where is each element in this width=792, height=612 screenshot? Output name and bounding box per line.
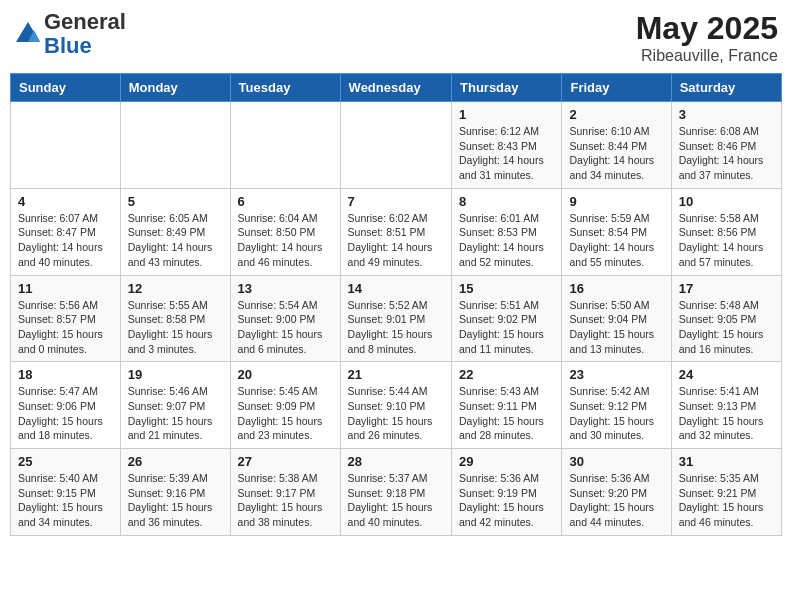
calendar-cell: 4Sunrise: 6:07 AMSunset: 8:47 PMDaylight… [11, 188, 121, 275]
day-info: Sunrise: 6:07 AMSunset: 8:47 PMDaylight:… [18, 211, 113, 270]
day-info: Sunrise: 5:46 AMSunset: 9:07 PMDaylight:… [128, 384, 223, 443]
calendar-cell: 15Sunrise: 5:51 AMSunset: 9:02 PMDayligh… [452, 275, 562, 362]
day-info: Sunrise: 5:39 AMSunset: 9:16 PMDaylight:… [128, 471, 223, 530]
day-number: 13 [238, 281, 333, 296]
logo-general-text: General [44, 9, 126, 34]
calendar-cell: 19Sunrise: 5:46 AMSunset: 9:07 PMDayligh… [120, 362, 230, 449]
day-info: Sunrise: 5:37 AMSunset: 9:18 PMDaylight:… [348, 471, 444, 530]
day-number: 31 [679, 454, 774, 469]
day-number: 25 [18, 454, 113, 469]
calendar-cell: 18Sunrise: 5:47 AMSunset: 9:06 PMDayligh… [11, 362, 121, 449]
day-info: Sunrise: 6:02 AMSunset: 8:51 PMDaylight:… [348, 211, 444, 270]
calendar-cell [340, 102, 451, 189]
day-number: 15 [459, 281, 554, 296]
weekday-header-saturday: Saturday [671, 74, 781, 102]
month-title: May 2025 [636, 10, 778, 47]
calendar-cell: 16Sunrise: 5:50 AMSunset: 9:04 PMDayligh… [562, 275, 671, 362]
day-number: 21 [348, 367, 444, 382]
week-row-3: 11Sunrise: 5:56 AMSunset: 8:57 PMDayligh… [11, 275, 782, 362]
day-info: Sunrise: 5:43 AMSunset: 9:11 PMDaylight:… [459, 384, 554, 443]
day-info: Sunrise: 5:56 AMSunset: 8:57 PMDaylight:… [18, 298, 113, 357]
day-number: 6 [238, 194, 333, 209]
calendar-cell: 2Sunrise: 6:10 AMSunset: 8:44 PMDaylight… [562, 102, 671, 189]
day-number: 12 [128, 281, 223, 296]
day-info: Sunrise: 5:40 AMSunset: 9:15 PMDaylight:… [18, 471, 113, 530]
day-info: Sunrise: 5:59 AMSunset: 8:54 PMDaylight:… [569, 211, 663, 270]
day-info: Sunrise: 5:55 AMSunset: 8:58 PMDaylight:… [128, 298, 223, 357]
logo-blue-text: Blue [44, 33, 92, 58]
day-number: 28 [348, 454, 444, 469]
day-info: Sunrise: 5:58 AMSunset: 8:56 PMDaylight:… [679, 211, 774, 270]
day-number: 23 [569, 367, 663, 382]
day-number: 11 [18, 281, 113, 296]
weekday-header-monday: Monday [120, 74, 230, 102]
calendar-cell: 9Sunrise: 5:59 AMSunset: 8:54 PMDaylight… [562, 188, 671, 275]
calendar-cell: 28Sunrise: 5:37 AMSunset: 9:18 PMDayligh… [340, 449, 451, 536]
day-info: Sunrise: 5:41 AMSunset: 9:13 PMDaylight:… [679, 384, 774, 443]
calendar-cell: 25Sunrise: 5:40 AMSunset: 9:15 PMDayligh… [11, 449, 121, 536]
calendar-cell: 11Sunrise: 5:56 AMSunset: 8:57 PMDayligh… [11, 275, 121, 362]
day-info: Sunrise: 5:52 AMSunset: 9:01 PMDaylight:… [348, 298, 444, 357]
calendar-cell: 3Sunrise: 6:08 AMSunset: 8:46 PMDaylight… [671, 102, 781, 189]
logo-icon [14, 20, 42, 48]
day-info: Sunrise: 5:35 AMSunset: 9:21 PMDaylight:… [679, 471, 774, 530]
day-number: 2 [569, 107, 663, 122]
weekday-header-tuesday: Tuesday [230, 74, 340, 102]
day-info: Sunrise: 5:42 AMSunset: 9:12 PMDaylight:… [569, 384, 663, 443]
day-number: 22 [459, 367, 554, 382]
calendar-cell: 7Sunrise: 6:02 AMSunset: 8:51 PMDaylight… [340, 188, 451, 275]
day-number: 14 [348, 281, 444, 296]
day-number: 1 [459, 107, 554, 122]
day-number: 10 [679, 194, 774, 209]
day-number: 17 [679, 281, 774, 296]
day-number: 7 [348, 194, 444, 209]
page-header: General Blue May 2025 Ribeauville, Franc… [10, 10, 782, 65]
day-number: 5 [128, 194, 223, 209]
day-info: Sunrise: 5:47 AMSunset: 9:06 PMDaylight:… [18, 384, 113, 443]
day-number: 9 [569, 194, 663, 209]
day-info: Sunrise: 6:01 AMSunset: 8:53 PMDaylight:… [459, 211, 554, 270]
calendar-cell: 12Sunrise: 5:55 AMSunset: 8:58 PMDayligh… [120, 275, 230, 362]
calendar-cell: 8Sunrise: 6:01 AMSunset: 8:53 PMDaylight… [452, 188, 562, 275]
day-number: 3 [679, 107, 774, 122]
calendar-cell: 29Sunrise: 5:36 AMSunset: 9:19 PMDayligh… [452, 449, 562, 536]
day-info: Sunrise: 5:45 AMSunset: 9:09 PMDaylight:… [238, 384, 333, 443]
calendar-cell [230, 102, 340, 189]
calendar-cell: 14Sunrise: 5:52 AMSunset: 9:01 PMDayligh… [340, 275, 451, 362]
day-number: 24 [679, 367, 774, 382]
day-info: Sunrise: 5:51 AMSunset: 9:02 PMDaylight:… [459, 298, 554, 357]
calendar-cell: 17Sunrise: 5:48 AMSunset: 9:05 PMDayligh… [671, 275, 781, 362]
day-info: Sunrise: 6:08 AMSunset: 8:46 PMDaylight:… [679, 124, 774, 183]
day-info: Sunrise: 6:05 AMSunset: 8:49 PMDaylight:… [128, 211, 223, 270]
calendar-cell: 26Sunrise: 5:39 AMSunset: 9:16 PMDayligh… [120, 449, 230, 536]
calendar-table: SundayMondayTuesdayWednesdayThursdayFrid… [10, 73, 782, 536]
week-row-5: 25Sunrise: 5:40 AMSunset: 9:15 PMDayligh… [11, 449, 782, 536]
calendar-cell: 31Sunrise: 5:35 AMSunset: 9:21 PMDayligh… [671, 449, 781, 536]
calendar-cell: 10Sunrise: 5:58 AMSunset: 8:56 PMDayligh… [671, 188, 781, 275]
day-info: Sunrise: 6:04 AMSunset: 8:50 PMDaylight:… [238, 211, 333, 270]
day-info: Sunrise: 5:50 AMSunset: 9:04 PMDaylight:… [569, 298, 663, 357]
day-info: Sunrise: 6:12 AMSunset: 8:43 PMDaylight:… [459, 124, 554, 183]
calendar-cell [120, 102, 230, 189]
day-info: Sunrise: 5:48 AMSunset: 9:05 PMDaylight:… [679, 298, 774, 357]
week-row-1: 1Sunrise: 6:12 AMSunset: 8:43 PMDaylight… [11, 102, 782, 189]
weekday-header-row: SundayMondayTuesdayWednesdayThursdayFrid… [11, 74, 782, 102]
day-info: Sunrise: 5:38 AMSunset: 9:17 PMDaylight:… [238, 471, 333, 530]
calendar-cell: 22Sunrise: 5:43 AMSunset: 9:11 PMDayligh… [452, 362, 562, 449]
week-row-2: 4Sunrise: 6:07 AMSunset: 8:47 PMDaylight… [11, 188, 782, 275]
weekday-header-friday: Friday [562, 74, 671, 102]
calendar-cell: 20Sunrise: 5:45 AMSunset: 9:09 PMDayligh… [230, 362, 340, 449]
weekday-header-wednesday: Wednesday [340, 74, 451, 102]
day-info: Sunrise: 5:36 AMSunset: 9:20 PMDaylight:… [569, 471, 663, 530]
calendar-cell: 6Sunrise: 6:04 AMSunset: 8:50 PMDaylight… [230, 188, 340, 275]
day-info: Sunrise: 5:54 AMSunset: 9:00 PMDaylight:… [238, 298, 333, 357]
day-info: Sunrise: 6:10 AMSunset: 8:44 PMDaylight:… [569, 124, 663, 183]
weekday-header-thursday: Thursday [452, 74, 562, 102]
calendar-cell: 27Sunrise: 5:38 AMSunset: 9:17 PMDayligh… [230, 449, 340, 536]
calendar-cell: 30Sunrise: 5:36 AMSunset: 9:20 PMDayligh… [562, 449, 671, 536]
title-area: May 2025 Ribeauville, France [636, 10, 778, 65]
calendar-cell [11, 102, 121, 189]
calendar-cell: 5Sunrise: 6:05 AMSunset: 8:49 PMDaylight… [120, 188, 230, 275]
day-number: 16 [569, 281, 663, 296]
day-info: Sunrise: 5:36 AMSunset: 9:19 PMDaylight:… [459, 471, 554, 530]
